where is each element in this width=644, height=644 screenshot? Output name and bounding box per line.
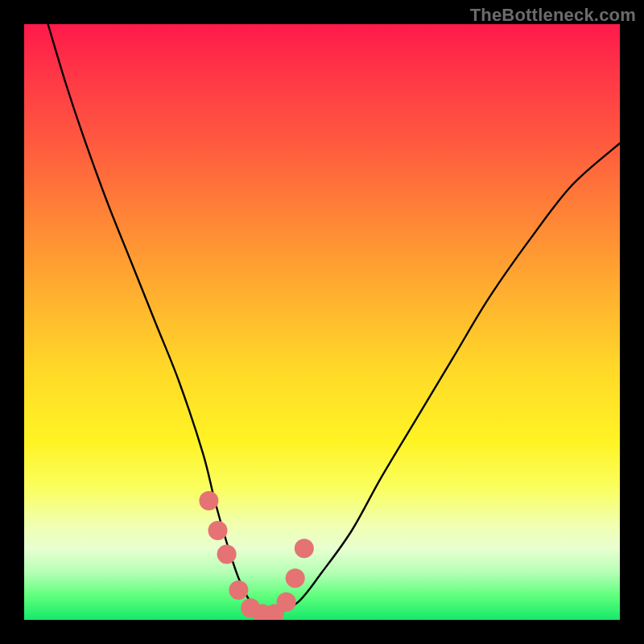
chart-svg xyxy=(24,24,620,620)
marker-dot xyxy=(199,491,218,510)
chart-area xyxy=(24,24,620,620)
marker-dot xyxy=(295,539,314,558)
marker-dot xyxy=(286,568,305,588)
marker-dot xyxy=(208,521,228,540)
bottleneck-curve xyxy=(48,24,620,615)
marker-group xyxy=(199,491,313,620)
marker-dot xyxy=(217,545,237,564)
watermark-text: TheBottleneck.com xyxy=(470,5,636,26)
marker-dot xyxy=(277,592,296,612)
marker-dot xyxy=(229,580,248,600)
